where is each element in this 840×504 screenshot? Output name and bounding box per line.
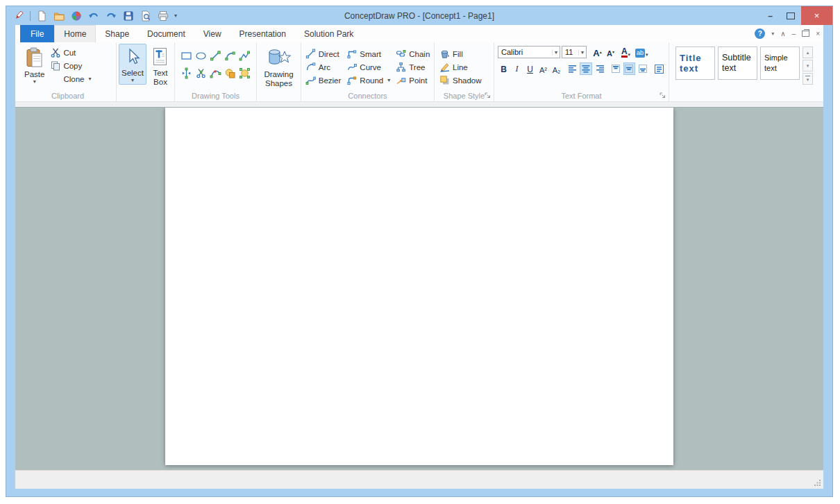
font-color-button[interactable]: A ▾ xyxy=(620,46,632,58)
tabrow-right-controls: ? ▾ ∧ – × xyxy=(755,25,820,42)
gallery-group-label xyxy=(671,90,821,101)
split-shape-tool-button[interactable] xyxy=(180,67,194,81)
line-tool-button[interactable] xyxy=(209,49,223,63)
tab-file[interactable]: File xyxy=(20,25,54,42)
shrink-font-button[interactable]: A ▾ xyxy=(605,46,616,58)
align-center-button[interactable] xyxy=(580,62,591,75)
drawing-page[interactable] xyxy=(165,108,673,465)
close-button[interactable]: × xyxy=(801,6,832,25)
simple-style-line2: text xyxy=(764,63,796,74)
cut-button[interactable]: Cut xyxy=(47,46,94,59)
edit-curve-tool-button[interactable] xyxy=(209,67,223,81)
clipboard-group-label: Clipboard xyxy=(22,90,114,101)
text-margins-button[interactable] xyxy=(653,62,665,75)
connector-bezier-button[interactable]: Bezier xyxy=(303,74,344,87)
fill-button[interactable]: Fill xyxy=(437,47,485,60)
select-cursor-icon xyxy=(124,47,141,67)
mdi-restore-icon xyxy=(804,29,809,33)
superscript-button[interactable]: A² xyxy=(537,62,549,75)
save-button[interactable] xyxy=(122,10,135,22)
app-pen-icon[interactable] xyxy=(12,10,25,22)
align-middle-button[interactable] xyxy=(623,62,635,75)
mdi-minimize-button[interactable]: – xyxy=(792,30,796,37)
color-sphere-button[interactable] xyxy=(70,10,83,22)
text-format-dialog-launcher[interactable] xyxy=(659,92,666,99)
connector-chain-button[interactable]: Chain xyxy=(393,47,432,60)
help-button[interactable]: ? xyxy=(755,28,765,39)
align-left-button[interactable] xyxy=(566,62,578,75)
scissors-tool-button[interactable] xyxy=(194,67,208,81)
line-pencil-icon xyxy=(439,62,450,72)
tab-presentation[interactable]: Presentation xyxy=(230,25,295,42)
redo-button[interactable] xyxy=(105,10,117,22)
grow-font-button[interactable]: A ▴ xyxy=(591,46,603,58)
maximize-button[interactable] xyxy=(780,6,801,25)
select-group: Select ▾ xyxy=(117,42,175,101)
gallery-scroll-up-button[interactable]: ▴ xyxy=(803,47,813,58)
desktop: ▾ ConceptDraw PRO - [Concept1 - Page1] –… xyxy=(0,0,840,504)
shape-style-dialog-launcher[interactable] xyxy=(484,92,492,99)
rectangle-tool-button[interactable] xyxy=(180,49,194,63)
text-style-simple[interactable]: Simple text xyxy=(760,47,800,80)
ellipse-tool-button[interactable] xyxy=(194,49,208,63)
connector-direct-button[interactable]: Direct xyxy=(303,47,344,60)
select-caret-icon: ▾ xyxy=(131,78,134,83)
print-button[interactable] xyxy=(157,10,169,22)
highlight-button[interactable]: ab ▾ xyxy=(635,46,648,58)
direct-label: Direct xyxy=(319,50,339,58)
copy-button[interactable]: Copy xyxy=(47,59,94,72)
shape-handles-tool-button[interactable] xyxy=(238,67,252,81)
text-box-button[interactable]: Text Box xyxy=(149,44,172,89)
connector-arc-button[interactable]: Arc xyxy=(303,60,344,74)
undo-button[interactable] xyxy=(87,10,100,22)
help-caret-icon[interactable]: ▾ xyxy=(771,31,774,37)
tab-solution-park[interactable]: Solution Park xyxy=(295,25,362,42)
gallery-more-button[interactable]: ▾ xyxy=(803,73,813,85)
new-document-button[interactable] xyxy=(35,10,48,22)
align-top-button[interactable] xyxy=(610,62,621,75)
print-preview-button[interactable] xyxy=(140,10,152,22)
connector-smart-button[interactable]: Smart xyxy=(344,47,393,60)
collapse-ribbon-button[interactable]: ∧ xyxy=(780,30,785,37)
bold-button[interactable]: B xyxy=(498,62,510,75)
title-bar[interactable]: ▾ ConceptDraw PRO - [Concept1 - Page1] –… xyxy=(6,6,832,25)
mdi-close-button[interactable]: × xyxy=(816,30,820,37)
font-name-combobox[interactable]: Calibri ▾ xyxy=(498,46,560,58)
combine-shapes-tool-button[interactable] xyxy=(224,67,237,81)
shadow-button[interactable]: Shadow xyxy=(437,74,485,87)
subscript-button[interactable]: A₂ xyxy=(551,62,562,75)
align-right-button[interactable] xyxy=(594,62,605,75)
align-bottom-button[interactable] xyxy=(637,62,648,75)
gallery-scroll: ▴ ▾ ▾ xyxy=(803,47,813,85)
gallery-scroll-down-button[interactable]: ▾ xyxy=(803,60,813,72)
tab-shape[interactable]: Shape xyxy=(96,25,138,42)
open-folder-button[interactable] xyxy=(53,10,65,22)
drawing-shapes-button[interactable]: Drawing Shapes xyxy=(259,44,299,90)
select-button[interactable]: Select ▾ xyxy=(119,44,146,85)
connector-point-button[interactable]: Point xyxy=(393,74,432,87)
mdi-restore-button[interactable] xyxy=(802,31,809,37)
underline-button[interactable]: U xyxy=(524,62,536,75)
minimize-button[interactable]: – xyxy=(759,6,780,25)
paste-button[interactable]: Paste ▾ xyxy=(22,44,47,86)
font-size-combobox[interactable]: 11 ▾ xyxy=(562,46,587,58)
polyline-tool-button[interactable] xyxy=(238,49,252,63)
tab-home[interactable]: Home xyxy=(54,25,96,42)
connector-tree-button[interactable]: Tree xyxy=(393,60,432,74)
line-button[interactable]: Line xyxy=(437,60,485,74)
tab-document[interactable]: Document xyxy=(138,25,194,42)
qat-customize-caret-icon[interactable]: ▾ xyxy=(174,12,177,19)
text-margins-icon xyxy=(655,65,664,74)
connector-round-button[interactable]: Round ▾ xyxy=(344,74,393,87)
italic-button[interactable]: I xyxy=(511,62,523,75)
tree-label: Tree xyxy=(409,63,425,72)
resize-grip[interactable] xyxy=(814,479,821,487)
connector-curve-button[interactable]: Curve xyxy=(344,60,393,74)
text-style-subtitle[interactable]: Subtitle text xyxy=(718,47,757,80)
text-style-title[interactable]: Title text xyxy=(675,47,715,80)
tab-view[interactable]: View xyxy=(194,25,230,42)
clone-button[interactable]: Clone ▾ xyxy=(47,72,94,85)
window-controls: – × xyxy=(759,6,832,25)
arc-tool-button[interactable] xyxy=(224,49,237,63)
round-label: Round xyxy=(360,76,383,85)
